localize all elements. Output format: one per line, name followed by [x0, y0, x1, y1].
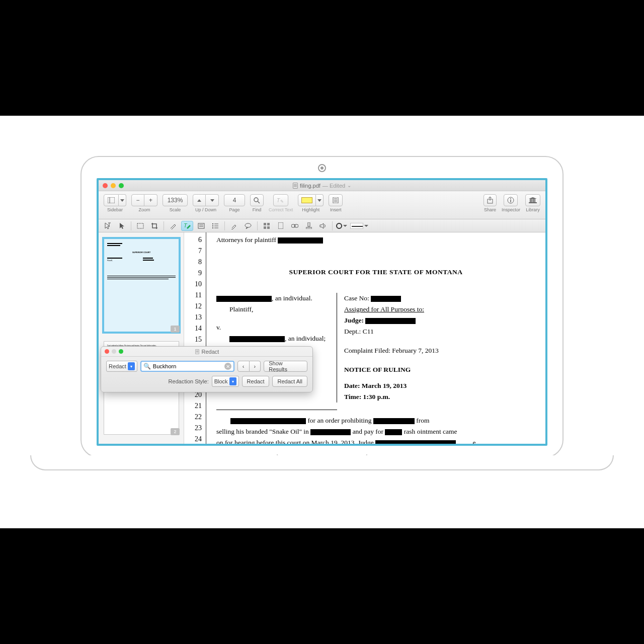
updown-label: Up / Down — [195, 207, 216, 212]
form-tool-button[interactable] — [195, 221, 207, 231]
zoom-window-button[interactable] — [119, 183, 124, 188]
close-panel-button[interactable] — [105, 349, 109, 354]
stroke-color-button[interactable] — [336, 221, 348, 231]
inspector-button[interactable] — [504, 194, 518, 206]
edited-suffix: — Edited — [323, 183, 345, 189]
svg-rect-19 — [534, 199, 535, 202]
select-rect-tool-button[interactable] — [134, 221, 146, 231]
redact-search-input[interactable] — [153, 363, 222, 369]
page-tool-button[interactable] — [275, 221, 287, 231]
svg-rect-37 — [264, 223, 266, 225]
thumbnail-page-number: 2 — [171, 428, 180, 435]
correct-text-button[interactable]: T✎ — [273, 194, 288, 206]
minimize-window-button[interactable] — [111, 183, 116, 188]
find-label: Find — [253, 207, 262, 212]
minimize-panel-button[interactable] — [112, 349, 116, 354]
annotation-toolbar: T — [99, 219, 545, 232]
page-down-button[interactable] — [206, 194, 219, 206]
court-title: SUPERIOR COURT FOR THE STATE OF MONTANA — [216, 267, 535, 278]
prev-result-button[interactable]: ‹ — [237, 361, 250, 372]
redaction-block — [229, 336, 285, 342]
stamp-tool-button[interactable] — [303, 221, 315, 231]
share-button[interactable] — [484, 194, 497, 206]
separator — [257, 221, 258, 230]
page-up-button[interactable] — [193, 194, 206, 206]
search-icon: 🔍 — [143, 363, 151, 370]
grid-tool-button[interactable] — [261, 221, 273, 231]
dropdown-arrow-icon: ▾ — [229, 377, 236, 385]
separator — [131, 221, 131, 230]
crop-tool-button[interactable] — [148, 221, 160, 231]
redaction-style-label: Redaction Style: — [169, 378, 209, 384]
dropdown-arrow-icon: ▾ — [128, 362, 135, 370]
redaction-style-select[interactable]: Block▾ — [212, 376, 239, 387]
page-view[interactable]: 6789101112131415161718192021222324 Attor… — [184, 232, 545, 444]
redact-button[interactable]: Redact — [242, 376, 270, 387]
text-select-tool-button[interactable] — [102, 221, 114, 231]
search-icon — [254, 197, 260, 204]
svg-rect-38 — [267, 223, 270, 225]
redact-mode-select[interactable]: Redact▾ — [106, 361, 137, 372]
toc-tool-button[interactable] — [209, 221, 221, 231]
highlight-tool-button[interactable] — [228, 221, 240, 231]
body-line-20: for an order prohibiting from — [216, 415, 535, 426]
close-window-button[interactable] — [103, 183, 108, 188]
title-dropdown-icon[interactable]: ⌄ — [347, 183, 351, 188]
svg-point-36 — [245, 223, 251, 227]
correct-text-label: Correct Text — [269, 207, 293, 212]
insert-button[interactable] — [329, 194, 343, 206]
zoom-in-button[interactable]: + — [144, 194, 157, 206]
document-body: Attorneys for plaintiff SUPERIOR COURT F… — [206, 232, 545, 444]
attorneys-line: Attorneys for plaintiff — [216, 236, 278, 244]
find-button[interactable] — [250, 194, 264, 206]
highlight-swatch-icon — [301, 197, 312, 203]
svg-rect-0 — [108, 197, 115, 203]
svg-line-3 — [258, 201, 260, 203]
sidebar-toggle-button[interactable] — [104, 194, 119, 206]
page-field[interactable]: 4 — [224, 194, 245, 206]
redact-panel-title: Redact — [202, 349, 219, 355]
redaction-block — [278, 237, 323, 244]
svg-text:T: T — [277, 198, 280, 203]
redact-panel-titlebar[interactable]: Redact — [101, 347, 312, 357]
library-button[interactable] — [525, 194, 540, 206]
document-icon — [293, 183, 298, 189]
scale-field[interactable]: 133% — [163, 194, 188, 206]
svg-rect-41 — [278, 222, 283, 229]
redact-all-button[interactable]: Redact All — [272, 376, 307, 387]
redact-search-field[interactable]: 🔍 ✕ — [140, 361, 234, 372]
svg-point-13 — [510, 198, 511, 199]
stroke-style-button[interactable] — [350, 221, 369, 231]
svg-rect-17 — [531, 199, 532, 202]
arrow-tool-button[interactable] — [116, 221, 128, 231]
note-tool-button[interactable] — [242, 221, 254, 231]
sound-tool-button[interactable] — [317, 221, 329, 231]
svg-marker-46 — [320, 223, 324, 228]
svg-rect-16 — [530, 199, 531, 202]
zoom-panel-button[interactable] — [119, 349, 123, 354]
show-results-button[interactable]: Show Results — [264, 361, 307, 372]
thumbnail-sidebar: SUPERIOR COURT Plaintiff, 1 Court ordere… — [99, 232, 184, 444]
freehand-tool-button[interactable] — [167, 221, 179, 231]
svg-rect-27 — [198, 223, 204, 228]
next-result-button[interactable]: › — [250, 361, 261, 372]
highlight-button[interactable] — [298, 194, 316, 206]
thumbnail-page-1[interactable]: SUPERIOR COURT Plaintiff, 1 — [104, 238, 179, 332]
redaction-block — [375, 440, 456, 444]
link-tool-button[interactable] — [289, 221, 301, 231]
scale-label: Scale — [170, 207, 181, 212]
sidebar-icon — [108, 197, 115, 203]
sidebar-dropdown-button[interactable] — [119, 194, 126, 206]
clear-search-button[interactable]: ✕ — [224, 363, 231, 370]
zoom-out-button[interactable]: − — [131, 194, 144, 206]
redact-tool-button[interactable]: T — [181, 221, 193, 231]
redaction-block — [365, 318, 416, 324]
redact-panel: Redact Redact▾ 🔍 ✕ ‹ › Show — [101, 346, 313, 392]
svg-rect-15 — [529, 202, 537, 203]
inspector-label: Inspector — [502, 207, 520, 212]
redaction-block — [385, 429, 402, 435]
circle-icon — [336, 223, 342, 229]
highlight-dropdown-button[interactable] — [316, 194, 324, 206]
svg-marker-24 — [120, 223, 124, 229]
library-label: Library — [526, 207, 540, 212]
